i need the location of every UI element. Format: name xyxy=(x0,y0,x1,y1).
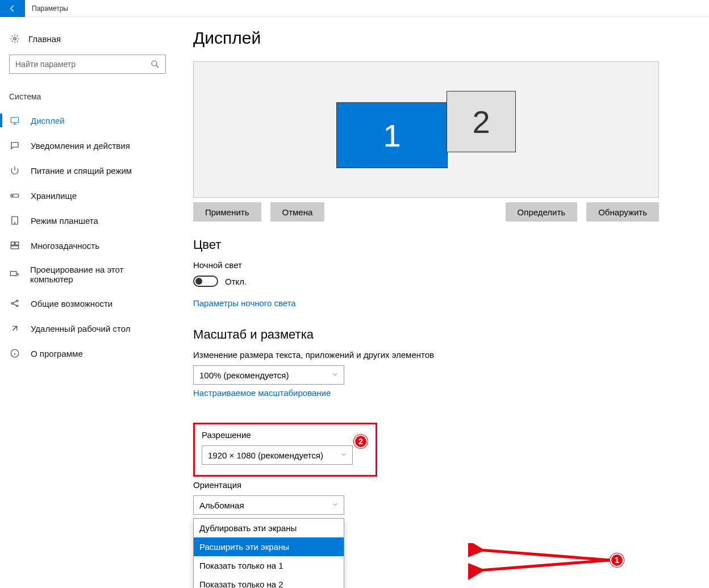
orientation-selected-value: Альбомная xyxy=(199,501,331,510)
drive-icon xyxy=(9,190,20,201)
sidebar-group-header: Система xyxy=(0,87,170,108)
share-icon xyxy=(9,298,20,309)
project-icon xyxy=(9,269,20,280)
night-light-label: Ночной свет xyxy=(193,260,686,270)
sidebar-item-display[interactable]: Дисплей xyxy=(0,108,170,133)
monitor-tile-2[interactable]: 2 xyxy=(447,91,516,152)
cancel-button[interactable]: Отмена xyxy=(270,202,325,222)
scale-selected-value: 100% (рекомендуется) xyxy=(199,370,331,380)
svg-line-15 xyxy=(479,550,610,560)
sidebar-item-multitask[interactable]: Многозадачность xyxy=(0,233,170,258)
sidebar-item-about[interactable]: О программе xyxy=(0,341,170,366)
night-light-toggle[interactable] xyxy=(193,276,218,287)
scale-section-heading: Масштаб и разметка xyxy=(193,327,686,342)
monitor-icon xyxy=(9,115,20,126)
orientation-label: Ориентация xyxy=(193,480,686,490)
search-box xyxy=(9,55,166,74)
main-content: Дисплей 1 2 Применить Отмена Определить … xyxy=(170,17,709,588)
svg-point-1 xyxy=(152,61,157,66)
monitor-tile-1[interactable]: 1 xyxy=(336,102,448,168)
resolution-selected-value: 1920 × 1080 (рекомендуется) xyxy=(208,451,340,460)
chevron-down-icon xyxy=(340,451,348,460)
svg-point-6 xyxy=(14,223,15,223)
display-preview[interactable]: 1 2 xyxy=(193,61,659,198)
night-light-settings-link[interactable]: Параметры ночного света xyxy=(193,298,296,308)
svg-rect-2 xyxy=(11,118,19,123)
dropdown-item-show-only-1[interactable]: Показать только на 1 xyxy=(194,556,344,575)
color-section-heading: Цвет xyxy=(193,237,686,252)
sidebar-item-label: Удаленный рабочий стол xyxy=(31,324,130,333)
chat-icon xyxy=(9,140,20,151)
sidebar-item-label: Проецирование на этот компьютер xyxy=(30,265,161,284)
svg-rect-7 xyxy=(11,242,14,245)
sidebar-item-label: Питание и спящий режим xyxy=(31,166,132,176)
tablet-icon xyxy=(9,215,20,226)
detect-button[interactable]: Обнаружить xyxy=(586,202,659,222)
apply-button[interactable]: Применить xyxy=(193,202,261,222)
titlebar: Параметры xyxy=(0,0,709,17)
resolution-label: Разрешение xyxy=(202,430,369,440)
window-title: Параметры xyxy=(32,5,68,12)
multi-display-dropdown-list: Дублировать эти экраны Расширить эти экр… xyxy=(193,518,344,588)
scale-label: Изменение размера текста, приложений и д… xyxy=(193,350,686,360)
custom-scaling-link[interactable]: Настраиваемое масштабирование xyxy=(193,388,331,398)
search-icon[interactable] xyxy=(145,55,165,73)
sidebar-home[interactable]: Главная xyxy=(0,28,170,49)
arrow-left-icon xyxy=(8,4,17,13)
remote-icon xyxy=(9,323,20,334)
sidebar-item-notifications[interactable]: Уведомления и действия xyxy=(0,133,170,158)
sidebar-item-power[interactable]: Питание и спящий режим xyxy=(0,158,170,183)
svg-point-11 xyxy=(11,303,13,305)
svg-rect-10 xyxy=(11,272,17,276)
sidebar-item-label: Хранилище xyxy=(31,191,77,201)
svg-line-16 xyxy=(479,560,610,570)
sidebar-item-label: Режим планшета xyxy=(31,216,98,226)
sidebar-item-label: Многозадачность xyxy=(31,241,99,251)
resolution-dropdown[interactable]: 1920 × 1080 (рекомендуется) xyxy=(202,445,353,465)
power-icon xyxy=(9,165,20,176)
sidebar-item-tablet[interactable]: Режим планшета xyxy=(0,208,170,233)
sidebar-item-label: О программе xyxy=(31,349,83,358)
gear-icon xyxy=(9,33,20,44)
sidebar-home-label: Главная xyxy=(28,34,61,44)
sidebar: Главная Система Дисплей Уведомления и де… xyxy=(0,17,170,588)
info-icon xyxy=(9,348,20,359)
page-title: Дисплей xyxy=(193,28,686,48)
multitask-icon xyxy=(9,240,20,251)
sidebar-item-storage[interactable]: Хранилище xyxy=(0,183,170,208)
chevron-down-icon xyxy=(331,370,339,380)
sidebar-item-label: Дисплей xyxy=(31,116,65,126)
toggle-state-text: Откл. xyxy=(225,277,247,286)
dropdown-item-duplicate[interactable]: Дублировать эти экраны xyxy=(194,519,344,537)
dropdown-item-extend[interactable]: Расширить эти экраны xyxy=(194,537,344,556)
scale-dropdown[interactable]: 100% (рекомендуется) xyxy=(193,365,344,385)
svg-point-13 xyxy=(16,305,18,307)
search-input[interactable] xyxy=(10,55,145,73)
dropdown-item-show-only-2[interactable]: Показать только на 2 xyxy=(194,575,344,588)
sidebar-item-projecting[interactable]: Проецирование на этот компьютер xyxy=(0,258,170,291)
sidebar-item-remote[interactable]: Удаленный рабочий стол xyxy=(0,316,170,341)
svg-point-4 xyxy=(12,195,14,197)
orientation-dropdown[interactable]: Альбомная xyxy=(193,495,344,515)
resolution-callout: Разрешение 1920 × 1080 (рекомендуется) 2 xyxy=(193,423,377,477)
identify-button[interactable]: Определить xyxy=(506,202,578,222)
back-button[interactable] xyxy=(0,0,25,17)
callout-badge-2: 2 xyxy=(354,435,368,448)
arrow-annotation xyxy=(468,543,616,588)
sidebar-item-shared[interactable]: Общие возможности xyxy=(0,291,170,316)
sidebar-item-label: Общие возможности xyxy=(31,299,112,308)
callout-badge-1: 1 xyxy=(610,553,624,567)
svg-point-0 xyxy=(14,37,16,40)
svg-rect-8 xyxy=(15,242,19,245)
chevron-down-icon xyxy=(331,501,339,510)
svg-rect-9 xyxy=(11,246,19,249)
svg-point-12 xyxy=(16,300,18,302)
sidebar-item-label: Уведомления и действия xyxy=(31,141,130,151)
